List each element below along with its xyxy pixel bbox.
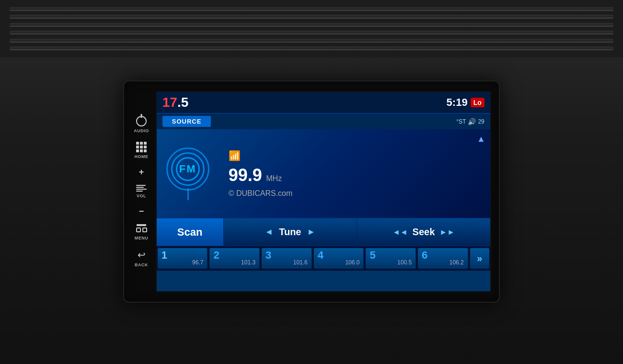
vol-button[interactable]: VOL: [136, 185, 147, 198]
screen-main: FM 📶 99.9 MHz © DUBICARS.com ▲: [157, 129, 490, 218]
vent-slat-2: [10, 15, 613, 19]
vol-value: 29: [478, 118, 484, 125]
st-label: °ST: [456, 118, 466, 125]
chevron-right-icon: »: [477, 253, 482, 264]
fm-stem: [187, 188, 189, 200]
fm-text: FM: [173, 158, 203, 180]
st-vol-display: °ST 🔊 29: [456, 118, 485, 125]
vent-slat-3: [10, 23, 613, 27]
time-text: 5:19: [447, 96, 468, 109]
preset-5[interactable]: 5 100.5: [366, 248, 416, 269]
vol-speaker-icon: 🔊: [468, 118, 476, 125]
vent-top: [0, 0, 623, 57]
plus-icon: +: [139, 168, 144, 176]
tune-label: Tune: [279, 227, 301, 238]
seek-label: Seek: [413, 227, 435, 238]
vent-slat-6: [10, 46, 613, 50]
vol-icon: [136, 185, 147, 192]
preset-2[interactable]: 2 101.3: [209, 248, 260, 269]
freq-red-part: 17: [162, 95, 177, 110]
seek-prev-arrow[interactable]: ◄◄: [392, 228, 408, 237]
preset-6-freq: 106.2: [450, 259, 464, 267]
watermark: © DUBICARS.com: [229, 189, 293, 198]
menu-button[interactable]: MENU: [135, 224, 149, 240]
home-label: HOME: [135, 154, 149, 159]
signal-icon: 📶: [229, 150, 293, 161]
home-icon: [136, 142, 147, 152]
freq-dot-part: .5: [177, 95, 188, 110]
preset-1[interactable]: 1 96.7: [158, 248, 208, 269]
back-label: BACK: [135, 262, 148, 267]
fm-logo: FM: [166, 148, 214, 200]
tune-control[interactable]: ◄ Tune ►: [224, 218, 358, 246]
preset-3[interactable]: 3 101.6: [262, 248, 312, 269]
main-freq-display: 99.9 MHz: [229, 165, 293, 185]
scroll-up-arrow[interactable]: ▲: [477, 134, 485, 144]
preset-3-freq: 101.6: [293, 259, 308, 267]
lo-badge: Lo: [471, 98, 485, 107]
tune-prev-arrow[interactable]: ◄: [265, 227, 273, 237]
header-freq: 17.5: [162, 95, 189, 110]
home-button[interactable]: HOME: [135, 142, 149, 159]
preset-5-num: 5: [369, 250, 375, 261]
back-button[interactable]: ↩ BACK: [135, 249, 148, 267]
left-panel: AUDIO HOME +: [132, 116, 156, 267]
preset-2-num: 2: [213, 250, 219, 261]
preset-4-freq: 106.0: [345, 259, 359, 267]
preset-2-freq: 101.3: [241, 259, 255, 267]
screen-header: 17.5 5:19 Lo: [157, 92, 490, 114]
source-bar: SOURCE °ST 🔊 29: [157, 114, 490, 129]
main-freq-value: 99.9: [229, 165, 262, 185]
preset-more-button[interactable]: »: [470, 248, 489, 269]
vol-label: VOL: [137, 193, 146, 198]
preset-4[interactable]: 4 106.0: [314, 248, 364, 269]
preset-4-num: 4: [318, 250, 323, 261]
menu-icon: [136, 224, 147, 234]
vent-slat-4: [10, 31, 613, 34]
back-icon: ↩: [138, 249, 146, 261]
power-icon: [136, 116, 147, 126]
preset-3-num: 3: [265, 250, 271, 261]
audio-button[interactable]: AUDIO: [134, 116, 149, 133]
menu-label: MENU: [135, 236, 149, 240]
freq-unit: MHz: [266, 174, 282, 182]
time-display: 5:19 Lo: [447, 96, 485, 109]
vol-up-button[interactable]: +: [139, 168, 144, 176]
screen: 17.5 5:19 Lo SOURCE °ST 🔊 29: [156, 91, 491, 292]
scan-button[interactable]: Scan: [157, 218, 224, 246]
control-row: Scan ◄ Tune ► ◄◄ Seek ►►: [157, 218, 490, 246]
audio-label: AUDIO: [134, 128, 149, 133]
preset-1-freq: 96.7: [192, 259, 203, 267]
vent-slat-5: [10, 39, 613, 43]
presets-row: 1 96.7 2 101.3 3 101.6 4 106.0 5 100.5: [157, 246, 490, 271]
tune-next-arrow[interactable]: ►: [307, 227, 315, 237]
minus-icon: −: [139, 207, 144, 216]
car-surround: AUDIO HOME +: [0, 0, 623, 364]
vol-down-button[interactable]: −: [139, 207, 144, 216]
preset-6-num: 6: [422, 250, 427, 261]
seek-next-arrow[interactable]: ►►: [439, 228, 455, 237]
source-button[interactable]: SOURCE: [162, 116, 211, 127]
vent-slat-1: [10, 7, 613, 11]
preset-1-num: 1: [162, 250, 167, 261]
radio-info: 📶 99.9 MHz © DUBICARS.com: [229, 150, 293, 198]
preset-5-freq: 100.5: [397, 259, 412, 267]
main-unit: AUDIO HOME +: [123, 80, 500, 303]
seek-control[interactable]: ◄◄ Seek ►►: [357, 218, 490, 246]
preset-6[interactable]: 6 106.2: [418, 248, 468, 269]
